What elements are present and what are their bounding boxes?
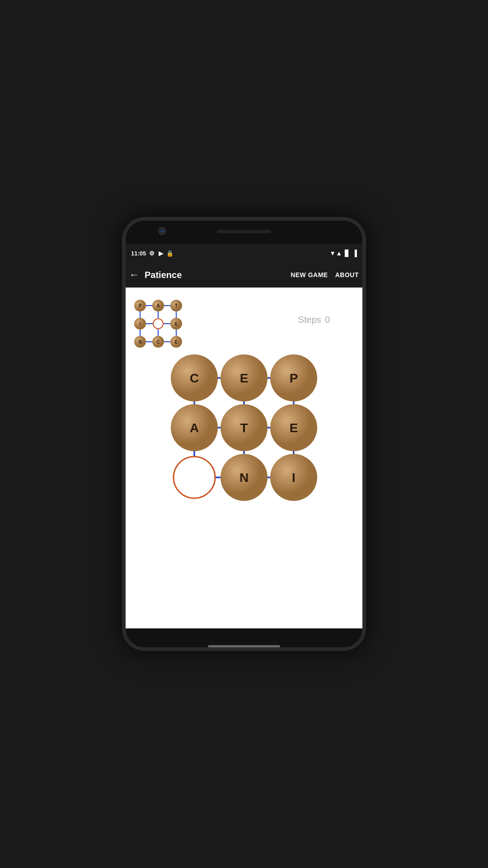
- game-area: Steps 0 P: [122, 288, 366, 628]
- main-board-svg: C E P A T E N I: [167, 351, 321, 505]
- toolbar-actions: NEW GAME ABOUT: [291, 271, 359, 278]
- phone-frame: 11:05 ⚙ ▶ 🔒 ▼▲ ▊ ▐ ← Patience NEW GAME A…: [122, 217, 366, 651]
- mini-label-E1: E: [175, 321, 178, 326]
- steps-display: Steps 0: [298, 315, 330, 325]
- mini-label-E2: E: [175, 340, 178, 344]
- mini-label-I: I: [140, 321, 141, 326]
- steps-label: Steps: [298, 315, 321, 325]
- main-empty-slot[interactable]: [174, 457, 215, 498]
- mini-label-T: T: [175, 303, 178, 308]
- back-button[interactable]: ←: [129, 269, 139, 281]
- mini-label-N: N: [138, 340, 141, 344]
- toolbar: ← Patience NEW GAME ABOUT: [122, 262, 366, 288]
- bottom-bar: [122, 628, 366, 651]
- mini-label-A: A: [156, 303, 160, 308]
- status-left: 11:05 ⚙ ▶ 🔒: [131, 250, 173, 257]
- main-label-A: A: [190, 421, 199, 435]
- mini-label-P: P: [139, 303, 142, 308]
- time-display: 11:05: [131, 250, 146, 257]
- play-icon: ▶: [158, 250, 164, 256]
- main-label-E-top: E: [240, 371, 249, 385]
- new-game-button[interactable]: NEW GAME: [291, 271, 328, 278]
- main-label-C: C: [190, 371, 199, 385]
- page-title: Patience: [145, 270, 285, 280]
- wifi-icon: ▼▲: [329, 250, 342, 257]
- mini-label-C: C: [156, 340, 160, 344]
- signal-icon: ▊: [345, 250, 350, 257]
- main-label-E-mid: E: [290, 421, 298, 435]
- mini-empty-slot[interactable]: [153, 319, 163, 329]
- battery-icon: ▐: [352, 250, 357, 257]
- status-right: ▼▲ ▊ ▐: [329, 250, 357, 257]
- main-board: C E P A T E N I: [167, 351, 321, 505]
- about-button[interactable]: ABOUT: [335, 271, 359, 278]
- main-label-I: I: [292, 471, 296, 485]
- settings-icon: ⚙: [149, 250, 155, 256]
- steps-value: 0: [325, 315, 330, 325]
- mini-board: P A T I E N C E: [131, 297, 185, 351]
- main-label-P: P: [290, 371, 298, 385]
- mini-board-svg: P A T I E N C E: [131, 297, 185, 351]
- main-label-N: N: [239, 471, 249, 485]
- nav-handle: [208, 645, 280, 647]
- status-bar: 11:05 ⚙ ▶ 🔒 ▼▲ ▊ ▐: [122, 244, 366, 262]
- lock-icon: 🔒: [167, 250, 173, 256]
- camera: [158, 227, 166, 235]
- main-label-T: T: [240, 421, 248, 435]
- speaker: [217, 230, 271, 233]
